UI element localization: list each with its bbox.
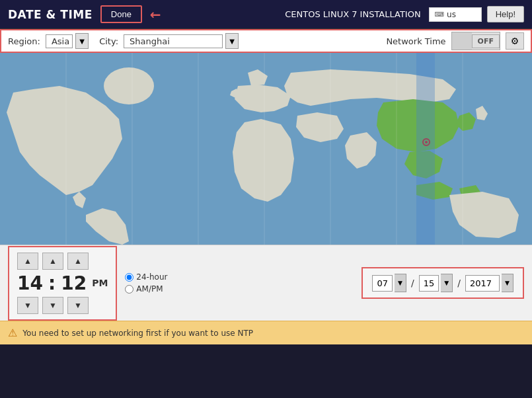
month-arrow[interactable]: ▼ [395,274,406,292]
warning-text: You need to set up networking first if y… [22,329,253,338]
world-map [0,53,532,245]
time-hours: 14 [17,272,43,294]
city-select[interactable]: Shanghai [124,34,223,48]
installation-title: CENTOS LINUX 7 INSTALLATION [285,9,420,19]
keyboard-value: us [447,10,456,19]
city-label: City: [99,36,118,46]
city-value: Shanghai [130,36,170,46]
time-down-arrows: ▼ ▼ ▼ [17,297,89,314]
format-ampm-text: AM/PM [136,284,163,294]
day-arrow[interactable]: ▼ [441,274,453,292]
format-ampm-radio[interactable] [125,285,133,294]
year-select[interactable]: 2017 [465,275,500,292]
year-value: 2017 [470,278,492,288]
keyboard-icon: ⌨ [435,11,444,18]
header-left: DATE & TIME Done ← [8,5,161,23]
seconds-up-button[interactable]: ▲ [67,253,89,270]
date-sep-1: / [411,278,414,288]
arrow-icon: ← [150,7,161,22]
region-select-wrapper: Asia ▼ [46,33,89,49]
month-value: 07 [377,278,388,288]
warning-icon: ⚠ [8,327,17,339]
header: DATE & TIME Done ← CENTOS LINUX 7 INSTAL… [0,0,532,29]
time-controls: ▲ ▲ ▲ 14 : 12 PM ▼ ▼ ▼ [8,246,117,321]
hours-up-button[interactable]: ▲ [17,253,38,270]
city-dropdown-arrow[interactable]: ▼ [225,33,239,49]
minutes-up-button[interactable]: ▲ [42,253,63,270]
date-sep-2: / [457,278,461,288]
gear-button[interactable]: ⚙ [506,32,524,50]
year-group: 2017 ▼ [465,274,513,292]
time-display: 14 : 12 PM [17,272,108,294]
region-label: Region: [8,36,40,46]
done-button[interactable]: Done [100,5,142,23]
region-value: Asia [52,36,69,46]
bottom-area: ▲ ▲ ▲ 14 : 12 PM ▼ ▼ ▼ 24-hour AM/PM [0,245,532,321]
toggle-off-label[interactable]: OFF [472,34,500,48]
day-value: 15 [424,278,435,288]
day-select[interactable]: 15 [419,275,439,292]
time-minutes: 12 [61,272,87,294]
format-24h-radio[interactable] [125,273,133,282]
region-dropdown-arrow[interactable]: ▼ [75,33,89,49]
date-controls: 07 ▼ / 15 ▼ / 2017 ▼ [361,267,524,299]
month-select[interactable]: 07 [372,275,393,292]
time-separator: : [48,272,56,294]
page-title: DATE & TIME [8,8,93,21]
month-group: 07 ▼ [372,274,406,292]
seconds-down-button[interactable]: ▼ [67,297,89,314]
time-up-arrows: ▲ ▲ ▲ [17,253,89,270]
year-arrow[interactable]: ▼ [502,274,513,292]
time-ampm: PM [92,278,108,288]
map-container[interactable] [0,53,532,245]
minutes-down-button[interactable]: ▼ [42,297,63,314]
network-time-label: Network Time [386,36,445,46]
keyboard-input[interactable]: ⌨ us [429,7,482,22]
region-bar: Region: Asia ▼ City: Shanghai ▼ Network … [0,29,532,53]
network-time-area: Network Time OFF ⚙ [386,32,524,50]
svg-point-1 [104,67,154,104]
hours-down-button[interactable]: ▼ [17,297,38,314]
city-select-wrapper: Shanghai ▼ [124,33,239,49]
timezone-band [416,53,435,245]
format-ampm-label[interactable]: AM/PM [125,284,167,294]
region-select[interactable]: Asia [46,34,73,48]
format-24h-label[interactable]: 24-hour [125,272,167,282]
day-group: 15 ▼ [419,274,453,292]
toggle-off-left[interactable] [452,32,472,50]
warning-bar: ⚠ You need to set up networking first if… [0,321,532,344]
help-button[interactable]: Help! [487,6,524,22]
format-24h-text: 24-hour [136,272,167,282]
format-options: 24-hour AM/PM [125,272,167,294]
header-right: CENTOS LINUX 7 INSTALLATION ⌨ us Help! [285,6,524,22]
